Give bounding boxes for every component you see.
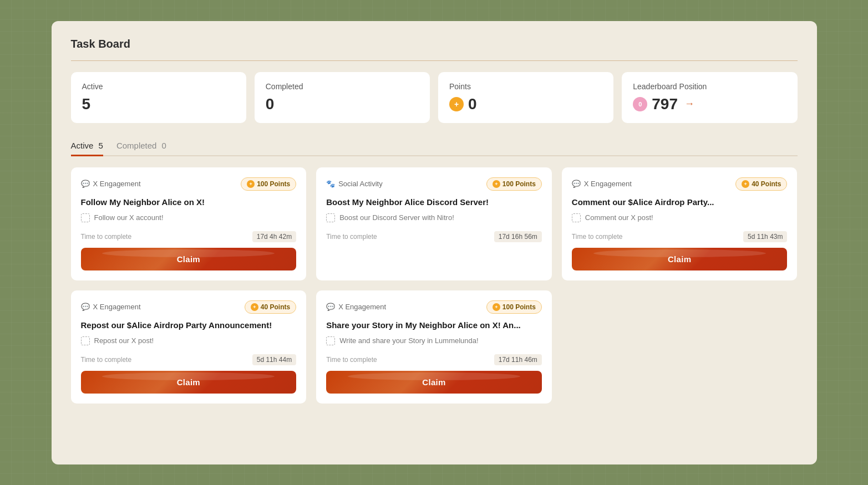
- leaderboard-arrow-icon: →: [684, 98, 694, 110]
- task-desc-3: Comment our X post!: [572, 213, 788, 222]
- task-footer-3: Time to complete 5d 11h 43m: [572, 231, 788, 242]
- badge-star-icon-3: +: [742, 180, 749, 188]
- x-engagement-icon: 💬: [81, 180, 90, 188]
- stat-card-completed: Completed 0: [255, 72, 430, 123]
- task-category-2: 🐾 Social Activity: [326, 180, 382, 188]
- main-container: Task Board Active 5 Completed 0 Points +…: [52, 21, 817, 464]
- task-footer-4: Time to complete 5d 11h 44m: [81, 354, 297, 365]
- task-title-4: Repost our $Alice Airdrop Party Announce…: [81, 319, 297, 331]
- task-desc-4: Repost our X post!: [81, 336, 297, 345]
- leaderboard-badge: 0: [633, 97, 647, 111]
- time-value-3: 5d 11h 43m: [743, 231, 787, 242]
- time-label-3: Time to complete: [572, 233, 623, 241]
- task-footer-2: Time to complete 17d 16h 56m: [326, 231, 542, 242]
- task-title-1: Follow My Neighbor Alice on X!: [81, 196, 297, 208]
- task-header-2: 🐾 Social Activity + 100 Points: [326, 177, 542, 191]
- points-value: + 0: [449, 95, 602, 113]
- active-value: 5: [82, 95, 235, 113]
- task-title-3: Comment our $Alice Airdrop Party...: [572, 196, 788, 208]
- badge-star-icon-4: +: [251, 303, 258, 311]
- desc-icon-4: [81, 336, 90, 345]
- time-label-2: Time to complete: [326, 233, 377, 241]
- points-badge-3: + 40 Points: [735, 177, 787, 191]
- task-card-1: 💬 X Engagement + 100 Points Follow My Ne…: [71, 167, 307, 280]
- task-header-3: 💬 X Engagement + 40 Points: [572, 177, 788, 191]
- task-header-4: 💬 X Engagement + 40 Points: [81, 300, 297, 314]
- task-title-2: Boost My Neighbor Alice Discord Server!: [326, 196, 542, 208]
- time-label-4: Time to complete: [81, 356, 132, 364]
- task-title-5: Share your Story in My Neighbor Alice on…: [326, 319, 542, 331]
- claim-button-1[interactable]: Claim: [81, 248, 297, 270]
- time-value-1: 17d 4h 42m: [252, 231, 296, 242]
- task-header-5: 💬 X Engagement + 100 Points: [326, 300, 542, 314]
- claim-button-4[interactable]: Claim: [81, 371, 297, 394]
- time-label-5: Time to complete: [326, 356, 377, 364]
- desc-icon-2: [326, 213, 335, 222]
- task-footer-5: Time to complete 17d 11h 46m: [326, 354, 542, 365]
- completed-value: 0: [266, 95, 419, 113]
- desc-icon-3: [572, 213, 581, 222]
- active-label: Active: [82, 82, 235, 91]
- x-engagement-icon-3: 💬: [572, 180, 581, 188]
- leaderboard-value: 0 797 →: [633, 95, 786, 113]
- tab-completed[interactable]: Completed 0: [116, 136, 166, 156]
- stat-card-leaderboard: Leaderboard Position 0 797 →: [622, 72, 797, 123]
- points-icon: +: [449, 97, 464, 111]
- time-value-2: 17d 16h 56m: [494, 231, 542, 242]
- task-header-1: 💬 X Engagement + 100 Points: [81, 177, 297, 191]
- task-footer-1: Time to complete 17d 4h 42m: [81, 231, 297, 242]
- tab-active[interactable]: Active 5: [71, 136, 103, 156]
- badge-star-icon-2: +: [493, 180, 500, 188]
- x-engagement-icon-4: 💬: [81, 303, 90, 311]
- task-card-5: 💬 X Engagement + 100 Points Share your S…: [316, 290, 552, 404]
- task-category-1: 💬 X Engagement: [81, 180, 141, 188]
- time-value-4: 5d 11h 44m: [252, 354, 296, 365]
- task-card-3: 💬 X Engagement + 40 Points Comment our $…: [562, 167, 798, 280]
- task-desc-2: Boost our Discord Server with Nitro!: [326, 213, 542, 222]
- stat-card-active: Active 5: [71, 72, 246, 123]
- task-desc-1: Follow our X account!: [81, 213, 297, 222]
- task-category-3: 💬 X Engagement: [572, 180, 632, 188]
- desc-icon-1: [81, 213, 90, 222]
- points-badge-1: + 100 Points: [241, 177, 296, 191]
- time-label-1: Time to complete: [81, 233, 132, 241]
- x-engagement-icon-5: 💬: [326, 303, 335, 311]
- header-divider: [71, 60, 798, 61]
- time-value-5: 17d 11h 46m: [494, 354, 542, 365]
- task-card-4: 💬 X Engagement + 40 Points Repost our $A…: [71, 290, 307, 404]
- social-activity-icon: 🐾: [326, 180, 335, 188]
- task-card-2: 🐾 Social Activity + 100 Points Boost My …: [316, 167, 552, 280]
- stats-row: Active 5 Completed 0 Points + 0 Leaderbo…: [71, 72, 798, 123]
- leaderboard-label: Leaderboard Position: [633, 82, 786, 91]
- points-badge-5: + 100 Points: [486, 300, 542, 314]
- task-category-4: 💬 X Engagement: [81, 303, 141, 311]
- task-category-5: 💬 X Engagement: [326, 303, 386, 311]
- tabs-row: Active 5 Completed 0: [71, 136, 798, 156]
- stat-card-points: Points + 0: [438, 72, 613, 123]
- points-badge-2: + 100 Points: [486, 177, 542, 191]
- badge-star-icon-5: +: [493, 303, 500, 311]
- points-badge-4: + 40 Points: [245, 300, 296, 314]
- page-title: Task Board: [71, 38, 798, 50]
- claim-button-5[interactable]: Claim: [326, 371, 542, 394]
- task-desc-5: Write and share your Story in Lummelunda…: [326, 336, 542, 345]
- completed-label: Completed: [266, 82, 419, 91]
- desc-icon-5: [326, 336, 335, 345]
- claim-button-3[interactable]: Claim: [572, 248, 788, 270]
- tasks-grid: 💬 X Engagement + 100 Points Follow My Ne…: [71, 167, 798, 404]
- badge-star-icon-1: +: [247, 180, 255, 188]
- points-label: Points: [449, 82, 602, 91]
